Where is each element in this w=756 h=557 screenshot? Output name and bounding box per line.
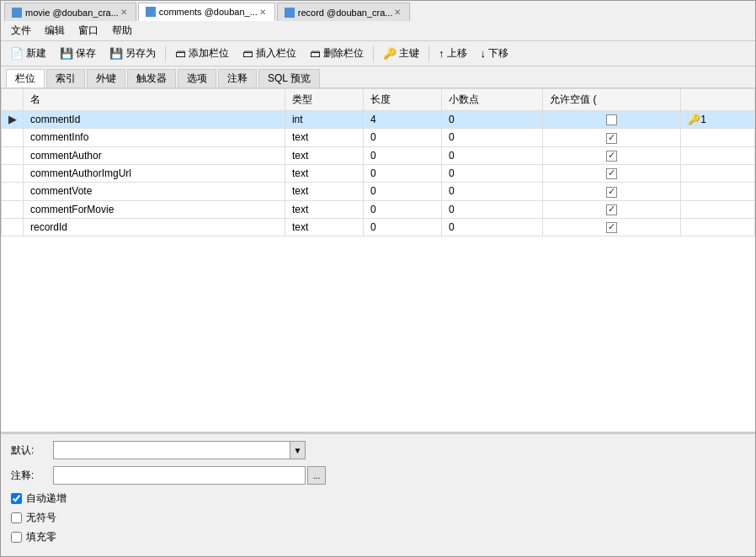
move-down-button[interactable]: ↓ 下移 [475, 44, 515, 64]
comment-input[interactable] [53, 466, 306, 485]
col-name-cell[interactable]: commentVote [24, 183, 285, 200]
saveas-icon: 💾 [109, 47, 123, 60]
tab-comments-close[interactable]: ✕ [258, 8, 268, 17]
col-nullable-cell[interactable] [543, 164, 681, 182]
new-button[interactable]: 📄 新建 [4, 44, 52, 64]
col-type-cell[interactable]: text [285, 218, 363, 236]
tabs-bar: movie @douban_cra... ✕ comments @douban_… [1, 1, 755, 21]
panel-tab-options[interactable]: 选项 [178, 69, 216, 88]
col-type-cell[interactable]: int [285, 111, 363, 129]
nullable-checkbox[interactable] [606, 114, 617, 125]
col-nullable-cell[interactable] [543, 218, 681, 236]
columns-table: 名 类型 长度 小数点 允许空值 ( ▶commentIdint40🔑1comm… [1, 88, 755, 236]
table-row[interactable]: commentAuthorImgUrltext00 [2, 164, 755, 182]
default-dropdown[interactable]: ▼ [53, 441, 306, 459]
col-decimal-cell[interactable]: 0 [441, 164, 542, 182]
tab-movie[interactable]: movie @douban_cra... ✕ [4, 3, 136, 21]
primary-key-icon: 🔑 [383, 47, 397, 60]
nullable-checkbox[interactable] [606, 187, 617, 198]
col-pk-cell [681, 129, 755, 146]
tab-record-close[interactable]: ✕ [392, 8, 402, 17]
col-type-cell[interactable]: text [285, 164, 363, 182]
col-length-cell[interactable]: 0 [363, 218, 441, 236]
table-row[interactable]: recordIdtext00 [2, 218, 755, 236]
col-nullable-cell[interactable] [543, 111, 681, 129]
row-indicator [2, 200, 24, 218]
col-nullable-cell[interactable] [543, 183, 681, 200]
panel-tab-triggers[interactable]: 触发器 [127, 69, 176, 88]
saveas-button[interactable]: 💾 另存为 [104, 44, 162, 64]
new-icon: 📄 [10, 47, 24, 60]
col-decimal-cell[interactable]: 0 [441, 146, 542, 164]
col-type-cell[interactable]: text [285, 129, 363, 146]
default-dropdown-arrow[interactable]: ▼ [290, 442, 305, 459]
col-type-cell[interactable]: text [285, 200, 363, 218]
comment-btn[interactable]: ... [307, 466, 326, 485]
save-button[interactable]: 💾 保存 [54, 44, 102, 64]
nullable-checkbox[interactable] [606, 222, 617, 233]
panel-tab-fk[interactable]: 外键 [87, 69, 125, 88]
col-length-cell[interactable]: 0 [363, 146, 441, 164]
col-extra-header [681, 89, 755, 111]
tab-comments[interactable]: comments @douban_... ✕ [138, 3, 275, 21]
col-name-cell[interactable]: commentId [24, 111, 285, 129]
menu-edit[interactable]: 编辑 [38, 22, 72, 40]
panel-tabs: 栏位 索引 外键 触发器 选项 注释 SQL 预览 [1, 66, 755, 88]
menu-file[interactable]: 文件 [4, 22, 38, 40]
panel-tab-sql[interactable]: SQL 预览 [258, 69, 320, 88]
col-name-cell[interactable]: commentAuthorImgUrl [24, 164, 285, 182]
add-col-button[interactable]: 🗃 添加栏位 [169, 44, 235, 64]
col-name-cell[interactable]: commentForMovie [24, 200, 285, 218]
menu-window[interactable]: 窗口 [72, 22, 105, 40]
nullable-checkbox[interactable] [606, 133, 617, 144]
col-decimal-cell[interactable]: 0 [441, 129, 542, 146]
primary-key-button[interactable]: 🔑 主键 [377, 44, 425, 64]
col-decimal-cell[interactable]: 0 [441, 111, 542, 129]
menu-help[interactable]: 帮助 [105, 22, 139, 40]
table-row[interactable]: ▶commentIdint40🔑1 [2, 111, 755, 129]
col-indicator-header [2, 89, 24, 111]
nullable-checkbox[interactable] [606, 151, 617, 162]
toolbar-sep-3 [429, 46, 429, 61]
zerofill-row: 填充零 [11, 530, 745, 544]
move-up-button[interactable]: ↑ 上移 [433, 44, 473, 64]
col-type-cell[interactable]: text [285, 146, 363, 164]
col-decimal-cell[interactable]: 0 [441, 200, 542, 218]
table-row[interactable]: commentVotetext00 [2, 183, 755, 200]
zerofill-checkbox[interactable] [11, 532, 22, 543]
col-name-cell[interactable]: commentAuthor [24, 146, 285, 164]
col-decimal-cell[interactable]: 0 [441, 183, 542, 200]
table-row[interactable]: commentForMovietext00 [2, 200, 755, 218]
col-name-cell[interactable]: recordId [24, 218, 285, 236]
panel-tab-columns[interactable]: 栏位 [6, 69, 45, 88]
insert-col-button[interactable]: 🗃 插入栏位 [237, 44, 302, 64]
col-length-cell[interactable]: 4 [363, 111, 441, 129]
tab-movie-close[interactable]: ✕ [119, 8, 129, 17]
col-nullable-cell[interactable] [543, 129, 681, 146]
row-indicator [2, 218, 24, 236]
auto-increment-checkbox[interactable] [11, 493, 22, 504]
col-decimal-cell[interactable]: 0 [441, 218, 542, 236]
table-row[interactable]: commentAuthortext00 [2, 146, 755, 164]
col-nullable-cell[interactable] [543, 146, 681, 164]
main-window: movie @douban_cra... ✕ comments @douban_… [0, 0, 756, 557]
table-row[interactable]: commentInfotext00 [2, 129, 755, 146]
unsigned-checkbox[interactable] [11, 512, 22, 523]
col-length-cell[interactable]: 0 [363, 200, 441, 218]
col-length-cell[interactable]: 0 [363, 164, 441, 182]
tab-comments-icon [146, 7, 156, 17]
col-nullable-cell[interactable] [543, 200, 681, 218]
nullable-checkbox[interactable] [606, 204, 617, 215]
delete-col-button[interactable]: 🗃 删除栏位 [304, 44, 370, 64]
col-length-cell[interactable]: 0 [363, 129, 441, 146]
tab-record[interactable]: record @douban_cra... ✕ [277, 3, 411, 21]
col-type-cell[interactable]: text [285, 183, 363, 200]
panel-tab-index[interactable]: 索引 [46, 69, 85, 88]
row-indicator [2, 164, 24, 182]
nullable-checkbox[interactable] [606, 168, 617, 179]
col-length-cell[interactable]: 0 [363, 183, 441, 200]
toolbar: 📄 新建 💾 保存 💾 另存为 🗃 添加栏位 🗃 插入栏位 🗃 删除栏位 🔑 主… [1, 41, 755, 66]
col-name-cell[interactable]: commentInfo [24, 129, 285, 146]
panel-tab-comments[interactable]: 注释 [218, 69, 257, 88]
col-pk-cell [681, 164, 755, 182]
